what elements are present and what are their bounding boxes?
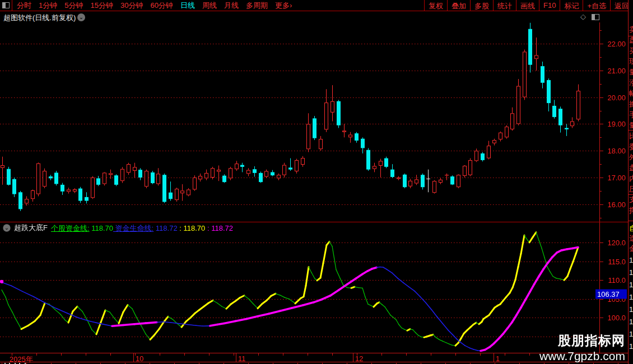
indicator-chart[interactable] [0, 222, 629, 353]
clipped-glyph: 买 [629, 47, 633, 54]
toolbar-button-3[interactable]: 统计 [493, 0, 516, 11]
clipped-glyph: 现 [629, 58, 633, 65]
clipped-glyph: 撑 [629, 207, 633, 214]
week-tick [160, 353, 160, 356]
clipped-glyph: 1 [629, 269, 633, 276]
period-tab-0[interactable]: 分时 [17, 1, 31, 11]
panel-toggle-icon[interactable] [592, 14, 599, 20]
clipped-glyph: 1 [629, 281, 633, 288]
sidebar-separator [629, 221, 633, 221]
sidebar-separator [629, 194, 633, 195]
period-tab-1[interactable]: 1分钟 [39, 1, 57, 11]
week-tick [86, 353, 86, 356]
week-tick [234, 353, 234, 356]
period-tab-10[interactable]: 更多 [275, 1, 290, 11]
title-bar: 超图软件(日线.前复权) ⌄ ◇ [0, 11, 633, 22]
week-tick [209, 353, 210, 356]
week-tick [283, 353, 283, 356]
period-tab-8[interactable]: 月线 [224, 1, 239, 11]
chevron-right-icon[interactable]: › [290, 1, 292, 10]
clipped-glyph: 支 [629, 196, 633, 203]
toolbar-button-2[interactable]: 多股 [470, 0, 493, 11]
toolbar-right-buttons: 复权叠加多股统计画线F10标记+自选返回 [424, 0, 633, 11]
main-candlestick-chart[interactable] [0, 22, 629, 222]
week-tick [135, 353, 136, 356]
clipped-glyph: 1 [629, 293, 633, 301]
axis-month-label-1: 11 [238, 354, 246, 363]
week-tick [258, 353, 259, 356]
legend-value-2: 118.70 [181, 224, 205, 232]
week-tick [431, 353, 431, 356]
indicator-header: ⌄ 超跌大底F 个股资金线: 118.70 资金生命线: 118.72 : 11… [0, 223, 233, 232]
legend-label-3: : [205, 224, 209, 232]
clipped-glyph: 金 [629, 245, 633, 252]
week-tick [61, 353, 62, 356]
chevron-down-icon[interactable]: ⌄ [77, 13, 85, 21]
legend-value-1: 118.72 [153, 224, 177, 232]
toolbar-button-6[interactable]: 标记 [560, 0, 583, 11]
clipped-glyph: 比 [629, 132, 633, 139]
clipped-glyph: 盘 [629, 36, 633, 44]
toolbar-button-7[interactable]: +自选 [583, 0, 610, 11]
clipped-glyph: 1 [629, 330, 633, 338]
sidebar-separator [629, 130, 633, 130]
legend-label-1[interactable]: 资金生命线: [113, 224, 153, 232]
period-tab-6[interactable]: 日线 [180, 1, 195, 11]
clipped-glyph: 外 [629, 153, 633, 161]
week-tick [110, 353, 111, 356]
clipped-glyph: 1 [629, 256, 633, 264]
week-tick [36, 353, 37, 356]
period-tab-5[interactable]: 60分钟 [150, 1, 173, 11]
toolbar-button-1[interactable]: 叠加 [447, 0, 470, 11]
month-divider [353, 353, 353, 362]
indicator-legend: 个股资金线: 118.70 资金生命线: 118.72 : 118.70 : 1… [51, 223, 233, 234]
clipped-glyph: 卖 [629, 26, 633, 33]
week-tick [357, 353, 357, 356]
date-axis: 2025年 1011121 [0, 353, 629, 362]
month-divider [133, 353, 134, 362]
clipped-glyph: 自 [629, 225, 633, 232]
period-menu: 分时1分钟5分钟15分钟30分钟60分钟日线周线月线多周期更多 [12, 1, 290, 11]
trading-app-window: 分时1分钟5分钟15分钟30分钟60分钟日线周线月线多周期更多 › 复权叠加多股… [0, 0, 633, 364]
clipped-glyph: 量 [629, 68, 633, 76]
week-tick [381, 353, 382, 356]
period-tab-4[interactable]: 30分钟 [120, 1, 143, 11]
stock-title: 超图软件(日线.前复权) [3, 13, 76, 23]
clipped-glyph: 委 [629, 143, 633, 150]
week-tick [332, 353, 333, 356]
period-tab-7[interactable]: 周线 [202, 1, 217, 11]
indicator-name[interactable]: 超跌大底F [14, 223, 48, 233]
toolbar-button-4[interactable]: 画线 [516, 0, 539, 11]
axis-month-label-2: 12 [355, 354, 363, 363]
legend-label-0[interactable]: 个股资金线: [51, 224, 90, 232]
clipped-glyph: 涨 [629, 79, 633, 86]
clipped-glyph: 手 [629, 111, 633, 118]
period-tab-2[interactable]: 5分钟 [64, 1, 83, 11]
toolbar-button-5[interactable]: F10 [539, 0, 560, 11]
watermark-url: www.7gpzb.com [539, 349, 625, 363]
axis-month-label-3: 1 [496, 354, 500, 363]
clipped-glyph: 压 [629, 185, 633, 193]
clipped-glyph: 幅 [629, 90, 633, 97]
clipped-glyph: 1 [629, 306, 633, 313]
legend-value-3: 118.72 [210, 224, 233, 232]
clipped-glyph: 盘 [629, 164, 633, 171]
chevron-down-icon[interactable]: ⌄ [3, 224, 10, 231]
watermark-site-name: 股朋指标网 [539, 332, 625, 349]
month-divider [236, 353, 236, 362]
legend-label-2: : [178, 224, 181, 232]
watermark: 股朋指标网 www.7gpzb.com [539, 332, 625, 363]
period-tab-9[interactable]: 多周期 [246, 1, 268, 11]
diamond-icon[interactable]: ◇ [580, 12, 586, 21]
period-tab-3[interactable]: 15分钟 [90, 1, 113, 11]
week-tick [480, 353, 481, 356]
week-tick [308, 353, 308, 356]
week-tick [529, 353, 530, 356]
legend-value-0: 118.70 [90, 224, 113, 232]
period-toolbar: 分时1分钟5分钟15分钟30分钟60分钟日线周线月线多周期更多 › 复权叠加多股… [0, 0, 633, 11]
clipped-side-panel: 卖盘买现量涨幅换手量比委外盘内压支撑自选金11111111 [628, 0, 633, 364]
week-tick [455, 353, 456, 356]
toolbar-button-0[interactable]: 复权 [424, 0, 447, 11]
layout-split-icon[interactable] [0, 0, 12, 11]
month-divider [494, 353, 494, 362]
